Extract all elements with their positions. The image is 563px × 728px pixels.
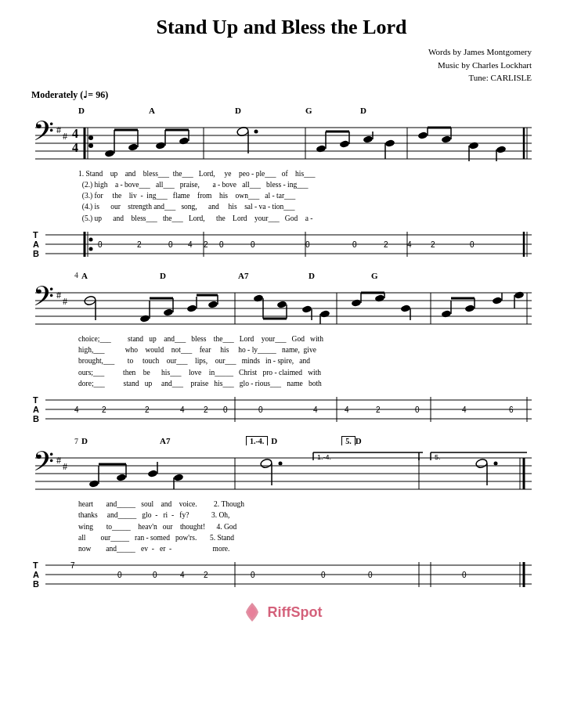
- svg-point-102: [253, 294, 264, 302]
- measure-num-4: 4: [74, 271, 78, 280]
- lyrics-line-2-1: choice;___ stand up and___ bless the___ …: [78, 333, 532, 344]
- svg-text:4: 4: [74, 405, 79, 414]
- chord-D2: D: [235, 106, 305, 115]
- lyrics-block-1: 1. Stand up and bless___ the___ Lord, ye…: [31, 168, 532, 224]
- chord-G1: G: [305, 106, 360, 115]
- lyrics-line-2-4: ours;___ then be his___ love in_____ Chr…: [78, 367, 532, 378]
- chord-A1: A: [149, 106, 235, 115]
- svg-text:#: #: [56, 290, 61, 301]
- svg-point-174: [147, 470, 158, 478]
- chord-D7: D: [271, 436, 318, 445]
- svg-text:0: 0: [117, 571, 122, 579]
- staff-svg-2: 𝄢 # #: [31, 281, 532, 332]
- measure-num-7: 7: [74, 437, 78, 445]
- svg-point-26: [179, 136, 189, 145]
- svg-point-104: [276, 300, 287, 308]
- lyrics-line-1-5: (5.) up and bless___ the___ Lord, the Lo…: [78, 213, 532, 224]
- svg-text:4: 4: [188, 240, 193, 249]
- staff-section-3: 7 D A7 1.-4. D 5. D 𝄢 # # 1.-4.: [31, 436, 532, 593]
- svg-point-34: [339, 139, 350, 148]
- svg-text:0: 0: [219, 240, 224, 249]
- svg-text:4: 4: [345, 405, 349, 414]
- svg-text:B: B: [33, 579, 39, 589]
- svg-text:0: 0: [305, 240, 310, 249]
- svg-point-113: [374, 294, 385, 302]
- svg-text:2: 2: [102, 405, 106, 414]
- svg-text:4: 4: [407, 240, 412, 249]
- svg-text:2: 2: [204, 405, 208, 414]
- svg-point-178: [260, 458, 272, 468]
- svg-text:#: #: [56, 455, 61, 466]
- svg-point-31: [254, 129, 258, 133]
- lyrics-line-2-3: brought,___ to touch our___ lips, our___…: [78, 355, 532, 366]
- svg-text:0: 0: [153, 571, 157, 579]
- svg-point-116: [400, 304, 411, 312]
- svg-text:7: 7: [70, 561, 75, 570]
- svg-text:0: 0: [321, 571, 326, 579]
- svg-text:0: 0: [415, 405, 420, 414]
- credits-block: Words by James Montgomery Music by Charl…: [31, 45, 532, 85]
- chord-D1: D: [78, 106, 149, 115]
- chord-D5: D: [309, 271, 371, 280]
- page: Stand Up and Bless the Lord Words by Jam…: [0, 0, 563, 728]
- svg-text:0: 0: [352, 240, 357, 249]
- svg-text:B: B: [33, 249, 39, 258]
- svg-text:0: 0: [470, 240, 475, 249]
- svg-point-8: [88, 143, 93, 148]
- svg-point-120: [464, 304, 475, 312]
- chord-D4: D: [160, 271, 238, 280]
- chord-D8: D: [355, 436, 395, 445]
- lyrics-line-1-3: (3.) for the liv - ing___ flame from his…: [78, 190, 532, 201]
- svg-text:A: A: [33, 570, 39, 579]
- lyrics-line-3-1: heart and_____ soul and voice. 2. Though: [78, 499, 532, 510]
- riffspot-logo: RiffSpot: [31, 601, 532, 623]
- svg-point-88: [139, 314, 150, 323]
- svg-text:#: #: [56, 124, 61, 135]
- svg-point-37: [363, 135, 374, 143]
- lyrics-block-2: choice;___ stand up and___ bless the___ …: [31, 333, 532, 389]
- staff-section-2: 4 A D A7 D G 𝄢 # #: [31, 271, 532, 428]
- chord-D3: D: [360, 106, 399, 115]
- svg-text:0: 0: [98, 240, 103, 249]
- svg-point-176: [173, 474, 184, 482]
- svg-text:0: 0: [258, 405, 263, 414]
- svg-text:𝄢: 𝄢: [33, 117, 54, 153]
- page-title: Stand Up and Bless the Lord: [31, 16, 532, 39]
- svg-point-46: [468, 141, 479, 150]
- svg-point-90: [163, 308, 174, 316]
- chord-A7: A7: [238, 271, 309, 280]
- svg-point-109: [319, 309, 330, 318]
- lyrics-block-3: heart and_____ soul and voice. 2. Though…: [31, 499, 532, 554]
- svg-text:0: 0: [223, 405, 228, 414]
- svg-point-58: [89, 237, 93, 241]
- svg-point-183: [494, 462, 498, 466]
- svg-text:4: 4: [313, 405, 318, 414]
- svg-point-48: [496, 145, 507, 153]
- svg-text:T: T: [33, 395, 38, 405]
- svg-text:2: 2: [204, 240, 208, 249]
- svg-point-111: [351, 298, 362, 307]
- svg-text:0: 0: [251, 240, 255, 249]
- riffspot-icon: [241, 601, 263, 623]
- staff-svg-3: 𝄢 # # 1.-4. 5.: [31, 446, 532, 497]
- lyrics-line-2-5: dore;___ stand up and___ praise his___ g…: [78, 378, 532, 389]
- tune-credit: Tune: CARLISLE: [31, 71, 532, 85]
- svg-text:T: T: [33, 560, 38, 570]
- svg-text:B: B: [33, 414, 39, 423]
- svg-text:𝄢: 𝄢: [33, 282, 54, 318]
- svg-text:A: A: [33, 405, 39, 414]
- lyrics-line-3-4: all our_____ ran - somed pow'rs. 5. Stan…: [78, 532, 532, 543]
- tab-svg-2: T A B 4 2 2 4 2 0 0 4 4 2 0 4 6: [31, 389, 532, 428]
- staff-section-1: Moderately (♩= 96) D A D G D 𝄢 # # 4 4: [31, 89, 532, 263]
- svg-point-24: [155, 141, 166, 150]
- svg-text:1.-4.: 1.-4.: [317, 453, 331, 461]
- svg-text:4: 4: [180, 571, 185, 579]
- music-credit: Music by Charles Lockhart: [31, 59, 532, 72]
- words-credit: Words by James Montgomery: [31, 45, 532, 59]
- svg-text:𝄢: 𝄢: [33, 447, 54, 483]
- lyrics-line-1-1: 1. Stand up and bless___ the___ Lord, ye…: [78, 168, 532, 179]
- svg-text:0: 0: [251, 571, 255, 579]
- svg-point-39: [384, 139, 395, 147]
- svg-text:2: 2: [431, 240, 435, 249]
- lyrics-line-3-3: wing to_____ heav'n our thought! 4. God: [78, 521, 532, 532]
